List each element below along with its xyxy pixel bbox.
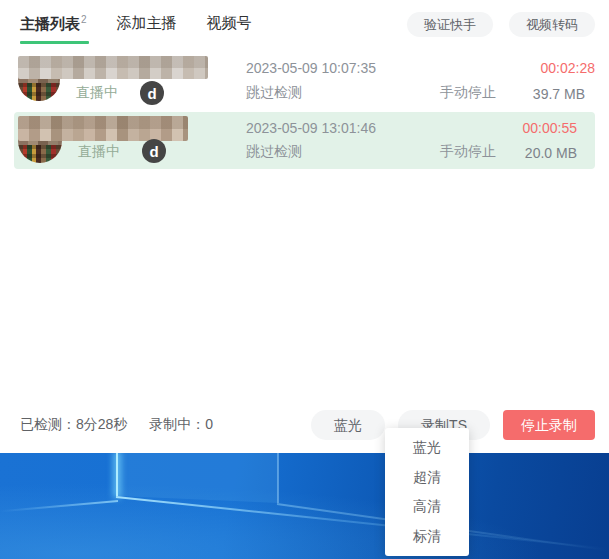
live-status-label: 直播中: [78, 143, 120, 161]
footer-stats: 已检测：8分28秒 录制中：0: [20, 416, 213, 434]
tab-streamer-list[interactable]: 主播列表2: [20, 10, 87, 44]
streamer-list: 直播中 d 2023-05-09 10:07:35 00:02:28 跳过检测 …: [0, 56, 609, 173]
tab-add-streamer[interactable]: 添加主播: [117, 10, 177, 44]
skip-detection-label: 跳过检测: [246, 143, 302, 161]
skip-detection-label: 跳过检测: [246, 84, 302, 102]
tab-add-streamer-label: 添加主播: [117, 14, 177, 31]
app-window: 主播列表2 添加主播 视频号 验证快手 视频转码 直播中 d 2023-05-0…: [0, 0, 609, 453]
quality-option-bluray[interactable]: 蓝光: [385, 433, 469, 462]
platform-d-badge-icon: d: [140, 81, 164, 105]
stop-mode-label: 手动停止: [440, 84, 496, 102]
video-transcode-button[interactable]: 视频转码: [509, 12, 595, 37]
streamer-name-mosaic: [18, 116, 188, 141]
windows-logo-pane: [118, 453, 278, 503]
record-duration: 00:02:28: [541, 60, 596, 76]
windows-logo-edge-vertical-faint: [277, 453, 279, 503]
footer-bar: 已检测：8分28秒 录制中：0 蓝光 录制TS 停止录制: [20, 408, 595, 442]
stop-mode-label: 手动停止: [440, 143, 496, 161]
windows-desktop-wallpaper: [0, 453, 609, 559]
tab-video-channel-label: 视频号: [207, 14, 252, 31]
streamer-row[interactable]: 直播中 d 2023-05-09 10:07:35 00:02:28 跳过检测 …: [14, 56, 595, 108]
quality-option-standard[interactable]: 标清: [385, 522, 469, 551]
streamer-row-selected[interactable]: 直播中 d 2023-05-09 13:01:46 00:00:55 跳过检测 …: [14, 112, 595, 169]
quality-option-high[interactable]: 高清: [385, 492, 469, 521]
tab-count-badge: 2: [81, 14, 87, 25]
record-start-time: 2023-05-09 10:07:35: [246, 60, 376, 76]
avatar-photo: [18, 83, 60, 101]
header-buttons: 验证快手 视频转码: [407, 10, 595, 37]
checked-time-label: 已检测：8分28秒: [20, 416, 127, 434]
quality-option-ultra[interactable]: 超清: [385, 463, 469, 492]
verify-kuaishou-button[interactable]: 验证快手: [407, 12, 493, 37]
windows-logo-ray-left: [0, 500, 118, 512]
windows-logo-ray-right: [116, 496, 608, 550]
platform-d-badge-icon: d: [142, 139, 166, 163]
file-size: 20.0 MB: [525, 145, 577, 161]
record-duration: 00:00:55: [523, 120, 578, 136]
avatar-photo: [18, 145, 62, 163]
tab-streamer-list-label: 主播列表: [20, 15, 80, 32]
tab-bar: 主播列表2 添加主播 视频号: [20, 10, 252, 44]
file-size: 39.7 MB: [533, 86, 585, 102]
windows-logo-edge-vertical: [116, 453, 118, 496]
live-status-label: 直播中: [76, 84, 118, 102]
quality-select-button[interactable]: 蓝光: [311, 410, 385, 440]
recording-count-label: 录制中：0: [149, 416, 213, 434]
tab-video-channel[interactable]: 视频号: [207, 10, 252, 44]
quality-dropdown-menu: 蓝光 超清 高清 标清: [385, 428, 469, 556]
stop-recording-button[interactable]: 停止录制: [503, 410, 595, 440]
header: 主播列表2 添加主播 视频号 验证快手 视频转码: [20, 10, 595, 46]
streamer-name-mosaic: [18, 56, 208, 79]
record-start-time: 2023-05-09 13:01:46: [246, 120, 376, 136]
